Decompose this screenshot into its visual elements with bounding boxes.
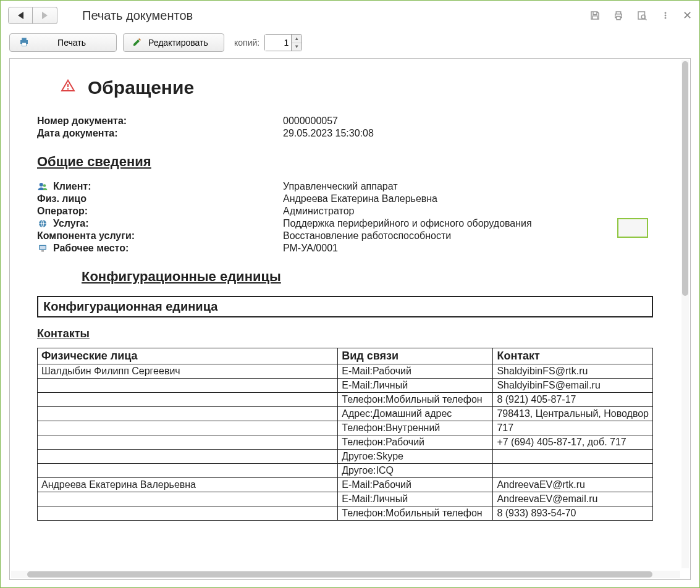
back-button[interactable]: [8, 7, 33, 24]
svg-point-9: [40, 183, 43, 187]
doc-num-value: 0000000057: [283, 116, 653, 127]
warning-icon: [61, 78, 75, 97]
pencil-icon: [132, 37, 142, 49]
table-row: Телефон:Рабочий+7 (694) 405-87-17, доб. …: [38, 435, 653, 450]
monitor-icon: [37, 243, 48, 254]
section-general: Общие сведения: [37, 154, 653, 170]
title-bar: Печать документов ✕: [1, 1, 699, 30]
svg-point-5: [665, 17, 666, 19]
preview-icon[interactable]: [636, 9, 648, 22]
table-row: Шалдыбин Филипп СергеевичE-Mail:РабочийS…: [38, 364, 653, 379]
more-icon[interactable]: [659, 9, 672, 22]
svg-rect-6: [22, 43, 26, 46]
copies-spinner[interactable]: ▲ ▼: [264, 34, 302, 51]
contacts-table: Физические лица Вид связи Контакт Шалдыб…: [37, 348, 653, 521]
horizontal-scrollbar[interactable]: [11, 571, 680, 578]
th-contact: Контакт: [493, 348, 653, 364]
document-title: Обращение: [88, 77, 194, 98]
workplace-value: РМ-УА/0001: [283, 243, 653, 254]
spinner-down[interactable]: ▼: [292, 43, 302, 51]
document-viewport: Обращение Номер документа: 0000000057 Да…: [9, 58, 691, 580]
svg-rect-13: [40, 246, 45, 249]
title-actions: ✕: [589, 9, 692, 22]
client-value: Управленческий аппарат: [283, 181, 653, 192]
table-row: Андреева Екатерина ВалерьевнаE-Mail:Рабо…: [38, 478, 653, 492]
svg-point-8: [67, 88, 69, 90]
highlight-selection: [617, 218, 648, 238]
svg-point-3: [665, 12, 666, 14]
people-icon: [37, 181, 48, 192]
table-row: Телефон:Внутренний717: [38, 421, 653, 435]
nav-buttons: [8, 7, 57, 24]
vertical-scrollbar[interactable]: [681, 60, 689, 568]
section-contacts: Контакты: [37, 327, 653, 340]
table-row: Другое:Skype: [38, 450, 653, 464]
globe-icon: [37, 218, 48, 229]
th-type: Вид связи: [338, 348, 493, 364]
arrow-right-icon: [42, 12, 48, 19]
edit-button[interactable]: Редактировать: [123, 33, 224, 52]
person-label: Физ. лицо: [37, 193, 283, 204]
workplace-label: Рабочее место:: [37, 243, 283, 254]
copies-group: копий: ▲ ▼: [234, 34, 302, 51]
person-value: Андреева Екатерина Валерьевна: [283, 193, 653, 204]
svg-line-2: [645, 19, 647, 20]
svg-rect-14: [41, 250, 44, 251]
edit-button-label: Редактировать: [148, 38, 208, 48]
doc-num-label: Номер документа:: [37, 116, 283, 127]
config-unit-box: Конфигурационная единица: [37, 296, 653, 317]
arrow-left-icon: [18, 12, 23, 19]
spinner-up[interactable]: ▲: [292, 35, 302, 43]
client-label: Клиент:: [37, 181, 283, 192]
section-config-units: Конфигурационные единицы: [82, 269, 653, 285]
component-label: Компонента услуги:: [37, 230, 283, 242]
th-people: Физические лица: [38, 348, 338, 364]
svg-point-4: [665, 15, 666, 16]
table-row: E-Mail:ЛичныйAndreevaEV@email.ru: [38, 492, 653, 506]
table-row: Телефон:Мобильный телефон8 (933) 893-54-…: [38, 506, 653, 521]
table-row: Другое:ICQ: [38, 464, 653, 478]
copies-input[interactable]: [265, 35, 291, 51]
doc-date-label: Дата документа:: [37, 128, 283, 139]
window-title: Печать документов: [82, 9, 589, 23]
close-icon[interactable]: ✕: [683, 9, 692, 22]
table-row: E-Mail:ЛичныйShaldyibinFS@email.ru: [38, 379, 653, 393]
printer-icon: [19, 36, 30, 49]
toolbar: Печать Редактировать копий: ▲ ▼: [1, 30, 699, 58]
doc-date-value: 29.05.2023 15:30:08: [283, 128, 653, 139]
save-icon[interactable]: [589, 9, 601, 22]
print-icon[interactable]: [612, 9, 625, 22]
operator-label: Оператор:: [37, 206, 283, 217]
copies-label: копий:: [234, 38, 259, 48]
print-button[interactable]: Печать: [9, 33, 117, 52]
print-button-label: Печать: [36, 38, 108, 48]
svg-point-10: [43, 184, 46, 187]
table-row: Адрес:Домашний адрес798413, Центральный,…: [38, 407, 653, 421]
component-value: Восстановление работоспособности: [283, 230, 653, 242]
service-value: Поддержка периферийного и офисного обору…: [283, 218, 653, 229]
operator-value: Администратор: [283, 206, 653, 217]
forward-button[interactable]: [33, 7, 57, 24]
document-content: Обращение Номер документа: 0000000057 Да…: [10, 59, 680, 569]
table-row: Телефон:Мобильный телефон8 (921) 405-87-…: [38, 393, 653, 407]
service-label: Услуга:: [37, 218, 283, 229]
